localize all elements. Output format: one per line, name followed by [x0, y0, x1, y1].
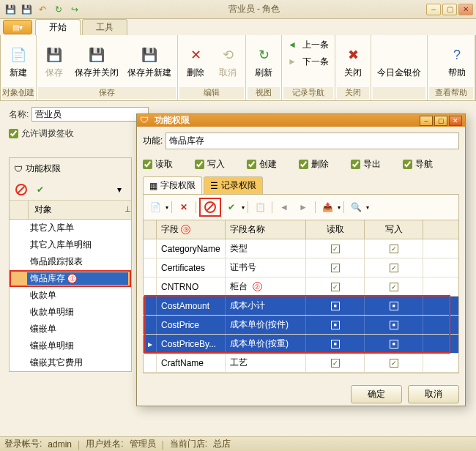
col-field[interactable]: 字段 ③ [157, 220, 226, 239]
field-grid: 字段 ③ 字段名称 读取 写入 CategoryName类型Certificat… [143, 220, 459, 373]
deny-icon[interactable] [201, 200, 219, 215]
col-read[interactable]: 读取 [306, 220, 365, 239]
status-account-label: 登录帐号: [4, 438, 42, 450]
ribbon: 📄新建 对象创建 💾保存 💾保存并关闭 💾保存并新建 保存 ✕删除 ⟲取消 编辑… [0, 35, 476, 101]
tree-item[interactable]: 饰品跟踪报表 [10, 253, 131, 270]
tab-start[interactable]: 开始 [35, 19, 81, 35]
deny-button-highlight [199, 198, 221, 217]
permission-checks: 读取 写入 创建 删除 导出 导航 [143, 158, 459, 171]
cancel-dialog-button[interactable]: 取消 [408, 385, 459, 403]
check-export[interactable]: 导出 [351, 158, 381, 171]
dialog-close-button[interactable]: ✕ [449, 116, 462, 126]
list-icon: ☰ [210, 181, 218, 191]
close-button[interactable]: ✕ [458, 4, 473, 15]
tree-item[interactable]: 饰品库存 ① [10, 270, 131, 287]
check-create[interactable]: 创建 [247, 158, 277, 171]
grid-row[interactable]: CostAmount成本小计 [144, 297, 458, 316]
function-input[interactable]: 饰品库存 [166, 133, 459, 149]
shield-icon: 🛡 [14, 164, 23, 174]
save-close-icon[interactable]: 💾 [19, 2, 34, 17]
export-icon[interactable]: 📤 [319, 200, 336, 215]
search-icon[interactable]: 🔍 [347, 200, 365, 215]
grid-row[interactable]: ▸CostPriceBy...成本单价(按重) [144, 335, 458, 354]
shield-icon: 🛡 [140, 115, 152, 127]
status-user-label: 用户姓名: [86, 438, 123, 450]
tree-item[interactable]: 镶嵌其它费用 [10, 354, 131, 371]
function-label: 功能: [143, 135, 163, 147]
group-label-create: 对象创建 [2, 87, 34, 99]
group-label-gold [373, 87, 425, 99]
delete-button[interactable]: ✕删除 [179, 37, 212, 87]
new-icon[interactable]: 📄 [146, 200, 164, 215]
dropdown-icon[interactable]: ▾ [111, 182, 128, 197]
prev-record-button[interactable]: ◄上一条 [283, 37, 333, 53]
group-label-edit: 编辑 [179, 87, 244, 99]
maximize-button[interactable]: ▢ [442, 4, 457, 15]
status-user: 管理员 [130, 438, 156, 450]
group-label-view: 视图 [248, 87, 280, 99]
tab-tools[interactable]: 工具 [82, 19, 127, 35]
grid-row[interactable]: Certificates证书号 [144, 258, 458, 277]
annotation-3: ③ [181, 225, 190, 234]
grid-icon: ▦ [149, 181, 157, 191]
help-button[interactable]: ?帮助 [441, 37, 473, 87]
view-dropdown-button[interactable]: ▤▾ [3, 20, 32, 34]
col-field-name[interactable]: 字段名称 [226, 220, 306, 239]
grid-row[interactable]: CategoryName类型 [144, 239, 458, 258]
new-button[interactable]: 📄新建 [2, 37, 34, 87]
permission-panel: 🛡 功能权限 ✔ ▾ 对象 ⟂ 其它入库单其它入库单明细饰品跟踪报表饰品库存 ①… [9, 157, 132, 372]
tab-record-permission[interactable]: ☰记录权限 [204, 176, 263, 194]
allow-transfer-checkbox[interactable]: 允许调拨签收 [9, 127, 74, 140]
expand-column-header [10, 201, 29, 219]
next-record-button[interactable]: ►下一条 [283, 53, 333, 70]
check-nav[interactable]: 导航 [403, 158, 433, 171]
check-delete[interactable]: 删除 [299, 158, 329, 171]
save-new-button[interactable]: 💾保存并新建 [123, 37, 176, 87]
object-tree: 对象 ⟂ 其它入库单其它入库单明细饰品跟踪报表饰品库存 ①收款单收款单明细镶嵌单… [10, 201, 131, 371]
allow-icon[interactable]: ✔ [223, 200, 240, 215]
refresh-button[interactable]: ↻刷新 [248, 37, 280, 87]
cancel-button[interactable]: ⟲取消 [212, 37, 244, 87]
menubar: ▤▾ 开始 工具 [0, 19, 476, 35]
grid-row[interactable]: CNTRNO柜台 ② [144, 277, 458, 297]
name-input[interactable] [31, 107, 149, 122]
tree-item[interactable]: 其它入库单明细 [10, 236, 131, 253]
undo-icon[interactable]: ↶ [35, 2, 50, 17]
check-write[interactable]: 写入 [195, 158, 225, 171]
tree-item[interactable]: 其它入库单 [10, 220, 131, 236]
tab-field-permission[interactable]: ▦字段权限 [143, 176, 202, 194]
tree-item[interactable]: 镶嵌单 [10, 321, 131, 338]
dialog-minimize-button[interactable]: – [420, 116, 433, 126]
check-icon[interactable]: ✔ [31, 182, 49, 197]
status-store-label: 当前门店: [170, 438, 207, 450]
copy-icon[interactable]: 📋 [251, 200, 269, 215]
close-record-button[interactable]: ✖关闭 [337, 37, 369, 87]
group-label-close: 关闭 [337, 87, 369, 99]
tree-item[interactable]: 收款单 [10, 287, 131, 304]
forward-icon[interactable]: ↪ [67, 2, 82, 17]
deny-icon[interactable] [12, 182, 30, 197]
dialog-maximize-button[interactable]: ▢ [434, 116, 447, 126]
name-label: 名称: [9, 108, 29, 121]
redo-icon[interactable]: ↻ [51, 2, 66, 17]
save-button[interactable]: 💾保存 [38, 37, 70, 87]
statusbar: 登录帐号: admin | 用户姓名: 管理员 | 当前门店: 总店 [0, 436, 476, 451]
grid-row[interactable]: CraftName工艺 [144, 354, 458, 373]
save-icon[interactable]: 💾 [3, 2, 18, 17]
minimize-button[interactable]: – [426, 4, 441, 15]
row-selector-header [144, 220, 157, 239]
dialog-titlebar: 🛡 功能权限 – ▢ ✕ [137, 114, 465, 127]
ok-button[interactable]: 确定 [351, 385, 402, 403]
nav-next-icon[interactable]: ► [294, 200, 312, 215]
check-read[interactable]: 读取 [143, 158, 173, 171]
window-title: 营业员 - 角色 [82, 3, 426, 15]
grid-row[interactable]: CostPrice成本单价(按件) [144, 316, 458, 335]
col-write[interactable]: 写入 [365, 220, 423, 239]
tree-item[interactable]: 收款单明细 [10, 304, 131, 321]
save-close-button[interactable]: 💾保存并关闭 [70, 37, 123, 87]
gold-price-button[interactable]: 今日金银价 [373, 37, 425, 87]
object-column-header: 对象 [29, 201, 119, 219]
nav-prev-icon[interactable]: ◄ [275, 200, 293, 215]
delete-icon[interactable]: ✕ [175, 200, 193, 215]
tree-item[interactable]: 镶嵌单明细 [10, 338, 131, 354]
